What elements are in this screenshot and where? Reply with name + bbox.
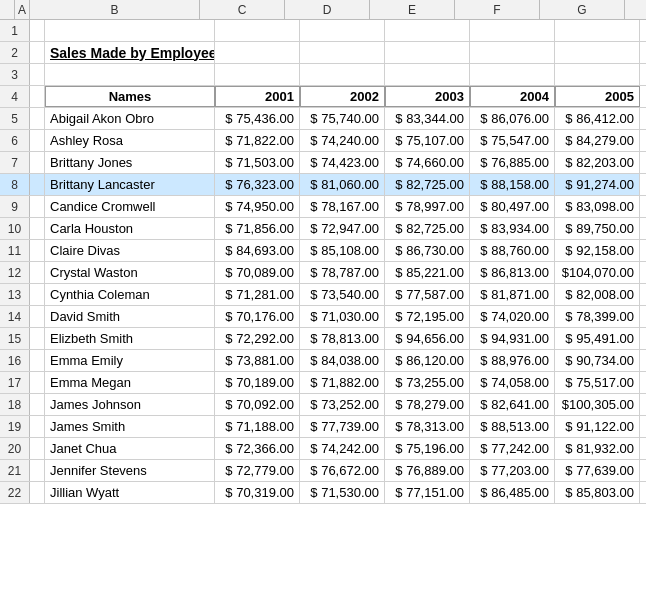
- cell-2004[interactable]: $ 86,813.00: [470, 262, 555, 283]
- cell-2005[interactable]: [555, 42, 640, 63]
- cell-2004[interactable]: $ 74,058.00: [470, 372, 555, 393]
- cell-2005[interactable]: [555, 20, 640, 41]
- cell-2003[interactable]: $ 85,221.00: [385, 262, 470, 283]
- cell-2004[interactable]: $ 80,497.00: [470, 196, 555, 217]
- cell-name[interactable]: James Smith: [45, 416, 215, 437]
- cell-2002[interactable]: $ 76,672.00: [300, 460, 385, 481]
- col-header-2002[interactable]: 2002: [300, 86, 385, 107]
- cell-2002[interactable]: [300, 20, 385, 41]
- table-row[interactable]: 1: [0, 20, 646, 42]
- table-row[interactable]: 15Elizbeth Smith$ 72,292.00$ 78,813.00$ …: [0, 328, 646, 350]
- cell-2003[interactable]: $ 82,725.00: [385, 174, 470, 195]
- cell-2005[interactable]: $ 75,517.00: [555, 372, 640, 393]
- cell-a[interactable]: [30, 350, 45, 371]
- cell-2004[interactable]: [470, 42, 555, 63]
- cell-2002[interactable]: $ 71,882.00: [300, 372, 385, 393]
- cell-name[interactable]: Jillian Wyatt: [45, 482, 215, 503]
- cell-2001[interactable]: $ 75,436.00: [215, 108, 300, 129]
- cell-a[interactable]: [30, 218, 45, 239]
- col-header-c[interactable]: C: [200, 0, 285, 19]
- cell-name[interactable]: Brittany Jones: [45, 152, 215, 173]
- col-header-e[interactable]: E: [370, 0, 455, 19]
- cell-2004[interactable]: $ 74,020.00: [470, 306, 555, 327]
- cell-name[interactable]: Elizbeth Smith: [45, 328, 215, 349]
- cell-2005[interactable]: $ 82,008.00: [555, 284, 640, 305]
- cell-2005[interactable]: $ 77,639.00: [555, 460, 640, 481]
- cell-2001[interactable]: $ 70,189.00: [215, 372, 300, 393]
- cell-name[interactable]: Crystal Waston: [45, 262, 215, 283]
- cell-name[interactable]: Carla Houston: [45, 218, 215, 239]
- cell-2004[interactable]: $ 77,242.00: [470, 438, 555, 459]
- table-row[interactable]: 4Names20012002200320042005: [0, 86, 646, 108]
- cell-2001[interactable]: $ 71,856.00: [215, 218, 300, 239]
- cell-name[interactable]: Sales Made by Employees in 2001-2021: [45, 42, 215, 63]
- cell-2003[interactable]: $ 75,107.00: [385, 130, 470, 151]
- cell-a[interactable]: [30, 262, 45, 283]
- col-header-b[interactable]: B: [30, 0, 200, 19]
- cell-2001[interactable]: $ 70,089.00: [215, 262, 300, 283]
- col-header-2001[interactable]: 2001: [215, 86, 300, 107]
- cell-2003[interactable]: $ 83,344.00: [385, 108, 470, 129]
- table-row[interactable]: 14David Smith$ 70,176.00$ 71,030.00$ 72,…: [0, 306, 646, 328]
- cell-a[interactable]: [30, 438, 45, 459]
- cell-a[interactable]: [30, 328, 45, 349]
- cell-2001[interactable]: $ 71,188.00: [215, 416, 300, 437]
- cell-2004[interactable]: $ 81,871.00: [470, 284, 555, 305]
- cell-a[interactable]: [30, 196, 45, 217]
- cell-2002[interactable]: $ 77,739.00: [300, 416, 385, 437]
- col-header-d[interactable]: D: [285, 0, 370, 19]
- cell-a[interactable]: [30, 482, 45, 503]
- col-header-2003[interactable]: 2003: [385, 86, 470, 107]
- cell-name[interactable]: Jennifer Stevens: [45, 460, 215, 481]
- table-row[interactable]: 18James Johnson$ 70,092.00$ 73,252.00$ 7…: [0, 394, 646, 416]
- cell-2001[interactable]: [215, 64, 300, 85]
- cell-a[interactable]: [30, 64, 45, 85]
- cell-2004[interactable]: [470, 20, 555, 41]
- cell-2005[interactable]: $ 84,279.00: [555, 130, 640, 151]
- col-header-g[interactable]: G: [540, 0, 625, 19]
- cell-a[interactable]: [30, 20, 45, 41]
- cell-2001[interactable]: [215, 42, 300, 63]
- cell-name[interactable]: Brittany Lancaster: [45, 174, 215, 195]
- cell-2001[interactable]: $ 72,779.00: [215, 460, 300, 481]
- cell-2002[interactable]: $ 78,167.00: [300, 196, 385, 217]
- cell-2005[interactable]: $ 82,203.00: [555, 152, 640, 173]
- cell-2001[interactable]: $ 71,281.00: [215, 284, 300, 305]
- cell-name[interactable]: Janet Chua: [45, 438, 215, 459]
- cell-a[interactable]: [30, 42, 45, 63]
- cell-a[interactable]: [30, 394, 45, 415]
- cell-a[interactable]: [30, 416, 45, 437]
- cell-2005[interactable]: $ 95,491.00: [555, 328, 640, 349]
- cell-name[interactable]: Emma Emily: [45, 350, 215, 371]
- cell-2004[interactable]: $ 83,934.00: [470, 218, 555, 239]
- cell-2003[interactable]: $ 73,255.00: [385, 372, 470, 393]
- cell-2003[interactable]: [385, 42, 470, 63]
- col-header-2004[interactable]: 2004: [470, 86, 555, 107]
- cell-2002[interactable]: $ 78,813.00: [300, 328, 385, 349]
- cell-2005[interactable]: $ 81,932.00: [555, 438, 640, 459]
- cell-name[interactable]: David Smith: [45, 306, 215, 327]
- cell-2002[interactable]: $ 72,947.00: [300, 218, 385, 239]
- cell-name[interactable]: Emma Megan: [45, 372, 215, 393]
- col-header-names[interactable]: Names: [45, 86, 215, 107]
- table-row[interactable]: 10Carla Houston$ 71,856.00$ 72,947.00$ 8…: [0, 218, 646, 240]
- cell-2005[interactable]: $ 91,122.00: [555, 416, 640, 437]
- cell-a[interactable]: [30, 284, 45, 305]
- cell-name[interactable]: [45, 20, 215, 41]
- cell-a[interactable]: [30, 306, 45, 327]
- table-row[interactable]: 19James Smith$ 71,188.00$ 77,739.00$ 78,…: [0, 416, 646, 438]
- cell-2003[interactable]: $ 72,195.00: [385, 306, 470, 327]
- cell-2002[interactable]: $ 84,038.00: [300, 350, 385, 371]
- cell-2001[interactable]: $ 70,319.00: [215, 482, 300, 503]
- cell-name[interactable]: [45, 64, 215, 85]
- cell-2005[interactable]: $ 83,098.00: [555, 196, 640, 217]
- cell-2004[interactable]: $ 94,931.00: [470, 328, 555, 349]
- col-header-f[interactable]: F: [455, 0, 540, 19]
- cell-name[interactable]: Abigail Akon Obro: [45, 108, 215, 129]
- table-row[interactable]: 7Brittany Jones$ 71,503.00$ 74,423.00$ 7…: [0, 152, 646, 174]
- table-row[interactable]: 3: [0, 64, 646, 86]
- cell-2005[interactable]: $ 86,412.00: [555, 108, 640, 129]
- cell-2004[interactable]: $ 82,641.00: [470, 394, 555, 415]
- cell-2001[interactable]: $ 71,503.00: [215, 152, 300, 173]
- cell-2005[interactable]: $104,070.00: [555, 262, 640, 283]
